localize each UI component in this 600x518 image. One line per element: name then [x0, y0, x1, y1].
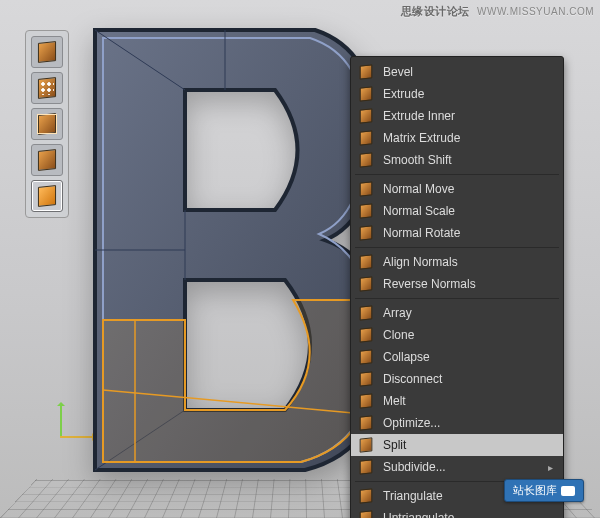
menu-item-subdivide-[interactable]: Subdivide...▸: [351, 456, 563, 478]
menu-item-collapse[interactable]: Collapse: [351, 346, 563, 368]
menu-item-label: Melt: [383, 394, 406, 408]
watermark-text: 思缘设计论坛 WWW.MISSYUAN.COM: [401, 4, 594, 19]
menu-item-label: Bevel: [383, 65, 413, 79]
split-icon: [357, 436, 375, 454]
edge-mode-button[interactable]: [31, 108, 63, 140]
cube-icon: [359, 226, 373, 240]
optimize-icon: [357, 414, 375, 432]
chevron-right-icon: ▸: [548, 462, 553, 473]
extrude-icon: [357, 85, 375, 103]
cube-icon: [37, 42, 57, 62]
extrude-inner-icon: [357, 107, 375, 125]
menu-item-bevel[interactable]: Bevel: [351, 61, 563, 83]
face-mode-button[interactable]: [31, 144, 63, 176]
menu-item-extrude[interactable]: Extrude: [351, 83, 563, 105]
cube-icon: [359, 109, 373, 123]
align-normals-icon: [357, 253, 375, 271]
viewport-object[interactable]: [75, 20, 395, 480]
subdivide-icon: [357, 458, 375, 476]
cube-icon: [359, 460, 373, 474]
letter-b-mesh: [75, 20, 395, 480]
watermark-title: 思缘设计论坛: [401, 5, 470, 17]
menu-item-array[interactable]: Array: [351, 302, 563, 324]
normal-scale-icon: [357, 202, 375, 220]
reverse-normals-icon: [357, 275, 375, 293]
disconnect-icon: [357, 370, 375, 388]
menu-item-normal-rotate[interactable]: Normal Rotate: [351, 222, 563, 244]
smooth-shift-icon: [357, 151, 375, 169]
cube-icon: [359, 65, 373, 79]
normal-rotate-icon: [357, 224, 375, 242]
cube-icon: [359, 416, 373, 430]
cube-icon: [359, 438, 373, 452]
melt-icon: [357, 392, 375, 410]
badge-text: 站长图库: [513, 483, 557, 498]
menu-item-untriangulate-[interactable]: Untriangulate...: [351, 507, 563, 518]
menu-item-normal-move[interactable]: Normal Move: [351, 178, 563, 200]
cube-icon: [359, 306, 373, 320]
cube-icon: [359, 182, 373, 196]
menu-item-label: Extrude Inner: [383, 109, 455, 123]
y-axis: [60, 404, 62, 438]
cube-icon: [359, 350, 373, 364]
menu-item-label: Reverse Normals: [383, 277, 476, 291]
menu-item-label: Normal Rotate: [383, 226, 460, 240]
menu-item-optimize-[interactable]: Optimize...: [351, 412, 563, 434]
cube-edges-icon: [37, 114, 57, 134]
menu-item-label: Triangulate: [383, 489, 443, 503]
menu-item-label: Array: [383, 306, 412, 320]
cube-icon: [359, 131, 373, 145]
menu-item-label: Clone: [383, 328, 414, 342]
cube-points-icon: [37, 78, 57, 98]
item-mode-button[interactable]: [31, 36, 63, 68]
cube-icon: [359, 204, 373, 218]
collapse-icon: [357, 348, 375, 366]
menu-item-reverse-normals[interactable]: Reverse Normals: [351, 273, 563, 295]
cube-icon: [359, 255, 373, 269]
footer-badge: 站长图库: [504, 479, 584, 502]
menu-item-label: Normal Scale: [383, 204, 455, 218]
cube-face-icon: [37, 150, 57, 170]
menu-item-matrix-extrude[interactable]: Matrix Extrude: [351, 127, 563, 149]
menu-item-label: Extrude: [383, 87, 424, 101]
menu-separator: [355, 174, 559, 175]
menu-item-label: Optimize...: [383, 416, 440, 430]
polygon-mode-button[interactable]: [31, 180, 63, 212]
menu-item-label: Untriangulate...: [383, 511, 464, 518]
menu-item-label: Matrix Extrude: [383, 131, 460, 145]
cube-icon: [359, 153, 373, 167]
watermark-url: WWW.MISSYUAN.COM: [477, 6, 594, 17]
triangulate-icon: [357, 487, 375, 505]
cube-icon: [359, 489, 373, 503]
untriangulate-icon: [357, 509, 375, 518]
context-menu[interactable]: BevelExtrudeExtrude InnerMatrix ExtrudeS…: [350, 56, 564, 518]
menu-item-label: Normal Move: [383, 182, 454, 196]
menu-item-split[interactable]: Split: [351, 434, 563, 456]
menu-item-clone[interactable]: Clone: [351, 324, 563, 346]
menu-item-label: Align Normals: [383, 255, 458, 269]
bevel-icon: [357, 63, 375, 81]
array-icon: [357, 304, 375, 322]
menu-item-label: Smooth Shift: [383, 153, 452, 167]
mode-toolbar: [25, 30, 69, 218]
cube-icon: [359, 328, 373, 342]
menu-item-smooth-shift[interactable]: Smooth Shift: [351, 149, 563, 171]
cube-icon: [359, 394, 373, 408]
menu-item-melt[interactable]: Melt: [351, 390, 563, 412]
menu-item-label: Split: [383, 438, 406, 452]
menu-item-align-normals[interactable]: Align Normals: [351, 251, 563, 273]
cube-icon: [359, 277, 373, 291]
menu-item-normal-scale[interactable]: Normal Scale: [351, 200, 563, 222]
menu-item-label: Subdivide...: [383, 460, 446, 474]
cube-icon: [359, 511, 373, 518]
menu-separator: [355, 298, 559, 299]
normal-move-icon: [357, 180, 375, 198]
cube-icon: [359, 87, 373, 101]
cube-icon: [359, 372, 373, 386]
menu-item-label: Collapse: [383, 350, 430, 364]
menu-item-extrude-inner[interactable]: Extrude Inner: [351, 105, 563, 127]
menu-item-label: Disconnect: [383, 372, 442, 386]
clone-icon: [357, 326, 375, 344]
vertex-mode-button[interactable]: [31, 72, 63, 104]
menu-item-disconnect[interactable]: Disconnect: [351, 368, 563, 390]
